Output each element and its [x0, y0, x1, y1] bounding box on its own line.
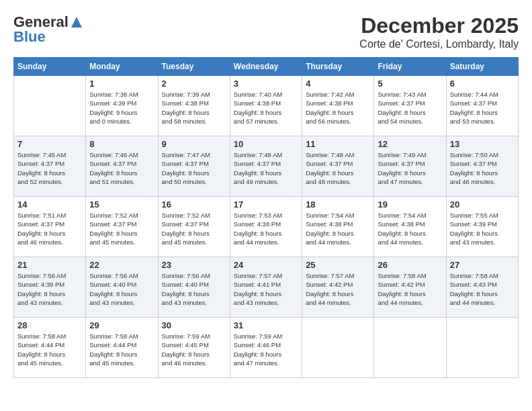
calendar-cell: 16Sunrise: 7:52 AMSunset: 4:37 PMDayligh…	[158, 197, 230, 257]
day-number: 22	[89, 260, 154, 270]
day-detail: Sunrise: 7:49 AMSunset: 4:37 PMDaylight:…	[378, 150, 442, 186]
day-detail: Sunrise: 7:53 AMSunset: 4:38 PMDaylight:…	[234, 211, 298, 246]
calendar-cell: 13Sunrise: 7:50 AMSunset: 4:37 PMDayligh…	[446, 136, 518, 197]
calendar-cell: 23Sunrise: 7:56 AMSunset: 4:40 PMDayligh…	[158, 257, 230, 318]
calendar-cell: 5Sunrise: 7:43 AMSunset: 4:37 PMDaylight…	[374, 76, 446, 136]
calendar-cell: 17Sunrise: 7:53 AMSunset: 4:38 PMDayligh…	[230, 197, 302, 257]
day-detail: Sunrise: 7:56 AMSunset: 4:39 PMDaylight:…	[17, 271, 82, 307]
day-detail: Sunrise: 7:56 AMSunset: 4:40 PMDaylight:…	[89, 271, 154, 307]
calendar-week-row: 28Sunrise: 7:58 AMSunset: 4:44 PMDayligh…	[14, 318, 519, 378]
svg-marker-0	[71, 17, 82, 28]
day-detail: Sunrise: 7:57 AMSunset: 4:41 PMDaylight:…	[234, 271, 298, 307]
calendar-cell: 9Sunrise: 7:47 AMSunset: 4:37 PMDaylight…	[158, 136, 230, 197]
day-number: 9	[162, 139, 226, 149]
day-detail: Sunrise: 7:48 AMSunset: 4:37 PMDaylight:…	[306, 150, 370, 186]
day-number: 12	[378, 139, 442, 149]
calendar-cell: 15Sunrise: 7:52 AMSunset: 4:37 PMDayligh…	[86, 197, 158, 257]
logo-blue: Blue	[13, 28, 46, 46]
calendar-cell: 30Sunrise: 7:59 AMSunset: 4:45 PMDayligh…	[158, 318, 230, 378]
day-number: 27	[450, 260, 515, 270]
calendar-week-row: 1Sunrise: 7:38 AMSunset: 4:39 PMDaylight…	[14, 76, 519, 136]
day-detail: Sunrise: 7:54 AMSunset: 4:38 PMDaylight:…	[378, 211, 442, 246]
calendar-cell	[446, 318, 518, 378]
column-header-thursday: Thursday	[302, 58, 374, 76]
month-title: December 2025	[359, 13, 519, 38]
calendar-cell: 25Sunrise: 7:57 AMSunset: 4:42 PMDayligh…	[302, 257, 374, 318]
calendar-cell: 1Sunrise: 7:38 AMSunset: 4:39 PMDaylight…	[86, 76, 158, 136]
calendar-cell	[14, 76, 86, 136]
calendar-cell: 10Sunrise: 7:48 AMSunset: 4:37 PMDayligh…	[230, 136, 302, 197]
day-detail: Sunrise: 7:40 AMSunset: 4:38 PMDaylight:…	[234, 90, 298, 126]
day-detail: Sunrise: 7:58 AMSunset: 4:44 PMDaylight:…	[89, 332, 154, 367]
calendar-cell: 3Sunrise: 7:40 AMSunset: 4:38 PMDaylight…	[230, 76, 302, 136]
day-detail: Sunrise: 7:48 AMSunset: 4:37 PMDaylight:…	[234, 150, 298, 186]
calendar-cell: 24Sunrise: 7:57 AMSunset: 4:41 PMDayligh…	[230, 257, 302, 318]
day-detail: Sunrise: 7:51 AMSunset: 4:37 PMDaylight:…	[17, 211, 82, 246]
calendar-cell: 20Sunrise: 7:55 AMSunset: 4:39 PMDayligh…	[446, 197, 518, 257]
calendar-cell: 22Sunrise: 7:56 AMSunset: 4:40 PMDayligh…	[86, 257, 158, 318]
calendar-cell: 12Sunrise: 7:49 AMSunset: 4:37 PMDayligh…	[374, 136, 446, 197]
day-detail: Sunrise: 7:58 AMSunset: 4:42 PMDaylight:…	[378, 271, 442, 307]
day-number: 15	[89, 199, 154, 210]
day-detail: Sunrise: 7:59 AMSunset: 4:46 PMDaylight:…	[234, 332, 298, 367]
day-number: 23	[162, 260, 226, 270]
day-detail: Sunrise: 7:50 AMSunset: 4:37 PMDaylight:…	[450, 150, 515, 186]
day-detail: Sunrise: 7:43 AMSunset: 4:37 PMDaylight:…	[378, 90, 442, 126]
calendar-cell: 7Sunrise: 7:45 AMSunset: 4:37 PMDaylight…	[14, 136, 86, 197]
day-number: 26	[378, 260, 442, 270]
calendar-body: 1Sunrise: 7:38 AMSunset: 4:39 PMDaylight…	[14, 76, 519, 378]
day-number: 16	[162, 199, 226, 210]
calendar-week-row: 7Sunrise: 7:45 AMSunset: 4:37 PMDaylight…	[14, 136, 519, 197]
day-detail: Sunrise: 7:52 AMSunset: 4:37 PMDaylight:…	[89, 211, 154, 246]
calendar-header-row: SundayMondayTuesdayWednesdayThursdayFrid…	[14, 58, 519, 76]
calendar-cell	[374, 318, 446, 378]
day-detail: Sunrise: 7:57 AMSunset: 4:42 PMDaylight:…	[306, 271, 370, 307]
calendar-cell	[302, 318, 374, 378]
day-number: 28	[17, 320, 82, 330]
day-detail: Sunrise: 7:38 AMSunset: 4:39 PMDaylight:…	[89, 90, 154, 126]
column-header-tuesday: Tuesday	[158, 58, 230, 76]
calendar-cell: 31Sunrise: 7:59 AMSunset: 4:46 PMDayligh…	[230, 318, 302, 378]
day-number: 8	[89, 139, 154, 149]
day-detail: Sunrise: 7:55 AMSunset: 4:39 PMDaylight:…	[450, 211, 515, 246]
day-number: 2	[162, 79, 226, 89]
day-detail: Sunrise: 7:58 AMSunset: 4:44 PMDaylight:…	[17, 332, 82, 367]
day-number: 20	[450, 199, 515, 210]
calendar-cell: 19Sunrise: 7:54 AMSunset: 4:38 PMDayligh…	[374, 197, 446, 257]
calendar-cell: 18Sunrise: 7:54 AMSunset: 4:38 PMDayligh…	[302, 197, 374, 257]
day-number: 1	[89, 79, 154, 89]
day-detail: Sunrise: 7:42 AMSunset: 4:38 PMDaylight:…	[306, 90, 370, 126]
day-number: 31	[234, 320, 298, 330]
day-detail: Sunrise: 7:54 AMSunset: 4:38 PMDaylight:…	[306, 211, 370, 246]
day-detail: Sunrise: 7:58 AMSunset: 4:43 PMDaylight:…	[450, 271, 515, 307]
day-detail: Sunrise: 7:46 AMSunset: 4:37 PMDaylight:…	[89, 150, 154, 186]
day-detail: Sunrise: 7:44 AMSunset: 4:37 PMDaylight:…	[450, 90, 515, 126]
calendar-cell: 11Sunrise: 7:48 AMSunset: 4:37 PMDayligh…	[302, 136, 374, 197]
column-header-wednesday: Wednesday	[230, 58, 302, 76]
calendar-cell: 4Sunrise: 7:42 AMSunset: 4:38 PMDaylight…	[302, 76, 374, 136]
calendar-week-row: 21Sunrise: 7:56 AMSunset: 4:39 PMDayligh…	[14, 257, 519, 318]
column-header-saturday: Saturday	[446, 58, 518, 76]
day-detail: Sunrise: 7:39 AMSunset: 4:38 PMDaylight:…	[162, 90, 226, 126]
logo: General Blue	[13, 13, 83, 46]
page-header: General Blue December 2025 Corte de' Cor…	[13, 13, 519, 50]
day-number: 30	[162, 320, 226, 330]
day-number: 6	[450, 79, 515, 89]
column-header-friday: Friday	[374, 58, 446, 76]
day-detail: Sunrise: 7:59 AMSunset: 4:45 PMDaylight:…	[162, 332, 226, 367]
day-number: 4	[306, 79, 370, 89]
calendar-cell: 6Sunrise: 7:44 AMSunset: 4:37 PMDaylight…	[446, 76, 518, 136]
day-number: 29	[89, 320, 154, 330]
day-number: 10	[234, 139, 298, 149]
calendar-cell: 8Sunrise: 7:46 AMSunset: 4:37 PMDaylight…	[86, 136, 158, 197]
calendar-cell: 27Sunrise: 7:58 AMSunset: 4:43 PMDayligh…	[446, 257, 518, 318]
calendar-cell: 14Sunrise: 7:51 AMSunset: 4:37 PMDayligh…	[14, 197, 86, 257]
day-number: 14	[17, 199, 82, 210]
calendar-cell: 28Sunrise: 7:58 AMSunset: 4:44 PMDayligh…	[14, 318, 86, 378]
logo-icon	[70, 15, 83, 29]
day-detail: Sunrise: 7:47 AMSunset: 4:37 PMDaylight:…	[162, 150, 226, 186]
day-number: 21	[17, 260, 82, 270]
day-number: 17	[234, 199, 298, 210]
day-number: 5	[378, 79, 442, 89]
calendar-cell: 29Sunrise: 7:58 AMSunset: 4:44 PMDayligh…	[86, 318, 158, 378]
